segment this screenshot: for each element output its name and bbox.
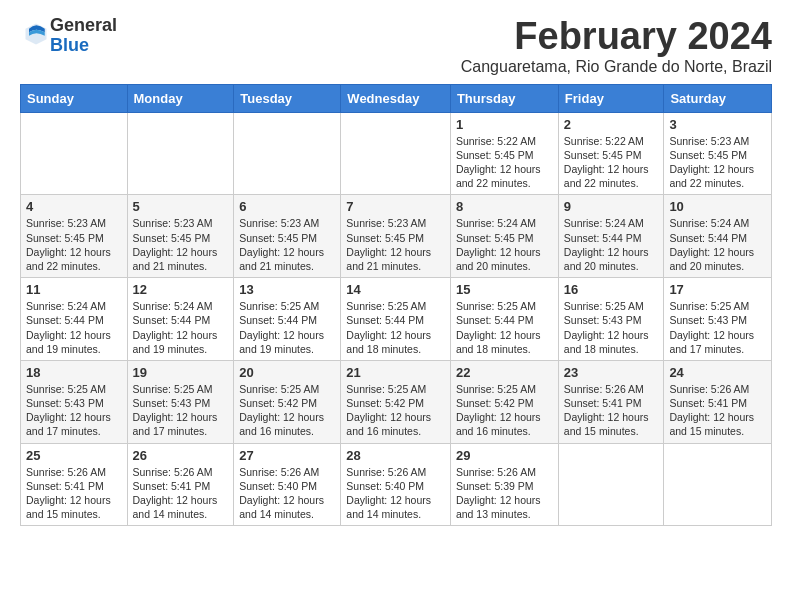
day-detail: Sunrise: 5:22 AM Sunset: 5:45 PM Dayligh… — [564, 134, 659, 191]
calendar-cell: 3Sunrise: 5:23 AM Sunset: 5:45 PM Daylig… — [664, 112, 772, 195]
day-detail: Sunrise: 5:25 AM Sunset: 5:44 PM Dayligh… — [456, 299, 553, 356]
day-number: 27 — [239, 448, 335, 463]
calendar-cell — [664, 443, 772, 526]
day-detail: Sunrise: 5:22 AM Sunset: 5:45 PM Dayligh… — [456, 134, 553, 191]
calendar-cell: 15Sunrise: 5:25 AM Sunset: 5:44 PM Dayli… — [450, 278, 558, 361]
calendar-cell — [558, 443, 664, 526]
day-number: 13 — [239, 282, 335, 297]
calendar-cell: 19Sunrise: 5:25 AM Sunset: 5:43 PM Dayli… — [127, 360, 234, 443]
title-area: February 2024 Canguaretama, Rio Grande d… — [461, 16, 772, 76]
day-number: 23 — [564, 365, 659, 380]
calendar-week-row: 18Sunrise: 5:25 AM Sunset: 5:43 PM Dayli… — [21, 360, 772, 443]
day-detail: Sunrise: 5:23 AM Sunset: 5:45 PM Dayligh… — [133, 216, 229, 273]
day-number: 12 — [133, 282, 229, 297]
day-detail: Sunrise: 5:25 AM Sunset: 5:43 PM Dayligh… — [669, 299, 766, 356]
header-thursday: Thursday — [450, 84, 558, 112]
calendar-cell: 25Sunrise: 5:26 AM Sunset: 5:41 PM Dayli… — [21, 443, 128, 526]
day-detail: Sunrise: 5:24 AM Sunset: 5:44 PM Dayligh… — [133, 299, 229, 356]
calendar-cell: 24Sunrise: 5:26 AM Sunset: 5:41 PM Dayli… — [664, 360, 772, 443]
calendar-cell: 22Sunrise: 5:25 AM Sunset: 5:42 PM Dayli… — [450, 360, 558, 443]
calendar-cell: 1Sunrise: 5:22 AM Sunset: 5:45 PM Daylig… — [450, 112, 558, 195]
calendar-cell — [234, 112, 341, 195]
day-number: 5 — [133, 199, 229, 214]
header-tuesday: Tuesday — [234, 84, 341, 112]
day-detail: Sunrise: 5:25 AM Sunset: 5:44 PM Dayligh… — [239, 299, 335, 356]
day-number: 14 — [346, 282, 445, 297]
day-number: 21 — [346, 365, 445, 380]
day-number: 20 — [239, 365, 335, 380]
calendar-week-row: 1Sunrise: 5:22 AM Sunset: 5:45 PM Daylig… — [21, 112, 772, 195]
day-number: 4 — [26, 199, 122, 214]
logo-blue-text: Blue — [50, 35, 89, 55]
day-detail: Sunrise: 5:25 AM Sunset: 5:44 PM Dayligh… — [346, 299, 445, 356]
calendar-cell: 14Sunrise: 5:25 AM Sunset: 5:44 PM Dayli… — [341, 278, 451, 361]
calendar-week-row: 11Sunrise: 5:24 AM Sunset: 5:44 PM Dayli… — [21, 278, 772, 361]
day-detail: Sunrise: 5:24 AM Sunset: 5:44 PM Dayligh… — [564, 216, 659, 273]
day-number: 7 — [346, 199, 445, 214]
calendar-cell: 10Sunrise: 5:24 AM Sunset: 5:44 PM Dayli… — [664, 195, 772, 278]
calendar-week-row: 4Sunrise: 5:23 AM Sunset: 5:45 PM Daylig… — [21, 195, 772, 278]
day-number: 3 — [669, 117, 766, 132]
day-detail: Sunrise: 5:25 AM Sunset: 5:42 PM Dayligh… — [239, 382, 335, 439]
location-title: Canguaretama, Rio Grande do Norte, Brazi… — [461, 58, 772, 76]
day-number: 19 — [133, 365, 229, 380]
calendar-cell: 5Sunrise: 5:23 AM Sunset: 5:45 PM Daylig… — [127, 195, 234, 278]
calendar-cell: 12Sunrise: 5:24 AM Sunset: 5:44 PM Dayli… — [127, 278, 234, 361]
calendar-cell: 27Sunrise: 5:26 AM Sunset: 5:40 PM Dayli… — [234, 443, 341, 526]
calendar-cell — [21, 112, 128, 195]
calendar-cell: 6Sunrise: 5:23 AM Sunset: 5:45 PM Daylig… — [234, 195, 341, 278]
calendar-cell: 13Sunrise: 5:25 AM Sunset: 5:44 PM Dayli… — [234, 278, 341, 361]
calendar-cell: 8Sunrise: 5:24 AM Sunset: 5:45 PM Daylig… — [450, 195, 558, 278]
day-number: 10 — [669, 199, 766, 214]
calendar-cell: 20Sunrise: 5:25 AM Sunset: 5:42 PM Dayli… — [234, 360, 341, 443]
day-detail: Sunrise: 5:26 AM Sunset: 5:41 PM Dayligh… — [564, 382, 659, 439]
day-number: 25 — [26, 448, 122, 463]
calendar-week-row: 25Sunrise: 5:26 AM Sunset: 5:41 PM Dayli… — [21, 443, 772, 526]
day-detail: Sunrise: 5:25 AM Sunset: 5:42 PM Dayligh… — [456, 382, 553, 439]
day-detail: Sunrise: 5:23 AM Sunset: 5:45 PM Dayligh… — [26, 216, 122, 273]
day-detail: Sunrise: 5:26 AM Sunset: 5:41 PM Dayligh… — [26, 465, 122, 522]
logo-general-text: General — [50, 15, 117, 35]
day-detail: Sunrise: 5:25 AM Sunset: 5:43 PM Dayligh… — [133, 382, 229, 439]
day-detail: Sunrise: 5:24 AM Sunset: 5:44 PM Dayligh… — [26, 299, 122, 356]
day-detail: Sunrise: 5:25 AM Sunset: 5:43 PM Dayligh… — [26, 382, 122, 439]
day-detail: Sunrise: 5:26 AM Sunset: 5:41 PM Dayligh… — [669, 382, 766, 439]
calendar-cell: 9Sunrise: 5:24 AM Sunset: 5:44 PM Daylig… — [558, 195, 664, 278]
calendar-cell: 21Sunrise: 5:25 AM Sunset: 5:42 PM Dayli… — [341, 360, 451, 443]
calendar-cell: 11Sunrise: 5:24 AM Sunset: 5:44 PM Dayli… — [21, 278, 128, 361]
day-detail: Sunrise: 5:25 AM Sunset: 5:43 PM Dayligh… — [564, 299, 659, 356]
day-number: 29 — [456, 448, 553, 463]
calendar-cell: 29Sunrise: 5:26 AM Sunset: 5:39 PM Dayli… — [450, 443, 558, 526]
day-number: 17 — [669, 282, 766, 297]
day-number: 9 — [564, 199, 659, 214]
day-number: 24 — [669, 365, 766, 380]
header-monday: Monday — [127, 84, 234, 112]
day-detail: Sunrise: 5:26 AM Sunset: 5:39 PM Dayligh… — [456, 465, 553, 522]
calendar-cell: 28Sunrise: 5:26 AM Sunset: 5:40 PM Dayli… — [341, 443, 451, 526]
calendar-cell — [341, 112, 451, 195]
calendar-cell: 4Sunrise: 5:23 AM Sunset: 5:45 PM Daylig… — [21, 195, 128, 278]
day-detail: Sunrise: 5:23 AM Sunset: 5:45 PM Dayligh… — [239, 216, 335, 273]
header-wednesday: Wednesday — [341, 84, 451, 112]
day-detail: Sunrise: 5:26 AM Sunset: 5:40 PM Dayligh… — [239, 465, 335, 522]
calendar-table: SundayMondayTuesdayWednesdayThursdayFrid… — [20, 84, 772, 526]
day-number: 1 — [456, 117, 553, 132]
calendar-cell: 17Sunrise: 5:25 AM Sunset: 5:43 PM Dayli… — [664, 278, 772, 361]
page-header: General Blue February 2024 Canguaretama,… — [20, 16, 772, 76]
day-detail: Sunrise: 5:26 AM Sunset: 5:40 PM Dayligh… — [346, 465, 445, 522]
day-number: 6 — [239, 199, 335, 214]
header-saturday: Saturday — [664, 84, 772, 112]
month-title: February 2024 — [461, 16, 772, 58]
calendar-cell: 16Sunrise: 5:25 AM Sunset: 5:43 PM Dayli… — [558, 278, 664, 361]
calendar-cell — [127, 112, 234, 195]
calendar-cell: 23Sunrise: 5:26 AM Sunset: 5:41 PM Dayli… — [558, 360, 664, 443]
day-number: 8 — [456, 199, 553, 214]
day-number: 22 — [456, 365, 553, 380]
day-detail: Sunrise: 5:26 AM Sunset: 5:41 PM Dayligh… — [133, 465, 229, 522]
day-detail: Sunrise: 5:24 AM Sunset: 5:45 PM Dayligh… — [456, 216, 553, 273]
calendar-cell: 7Sunrise: 5:23 AM Sunset: 5:45 PM Daylig… — [341, 195, 451, 278]
day-detail: Sunrise: 5:24 AM Sunset: 5:44 PM Dayligh… — [669, 216, 766, 273]
day-detail: Sunrise: 5:23 AM Sunset: 5:45 PM Dayligh… — [669, 134, 766, 191]
day-number: 16 — [564, 282, 659, 297]
day-number: 15 — [456, 282, 553, 297]
